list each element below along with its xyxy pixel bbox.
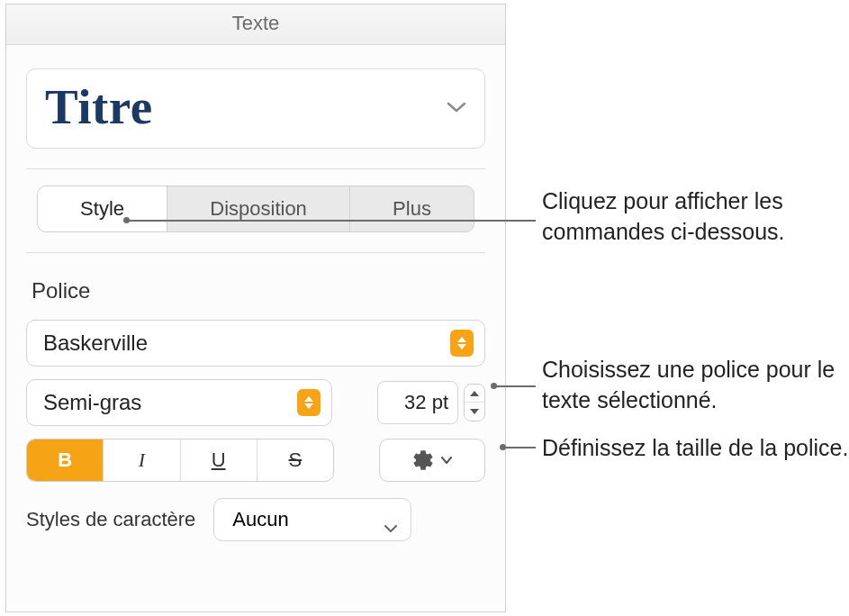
font-family-value: Baskerville: [43, 331, 148, 356]
callout-font: Choisissez une police pour le texte séle…: [542, 355, 849, 416]
underline-button[interactable]: U: [181, 439, 257, 481]
callout-line: [493, 385, 536, 387]
font-section-label: Police: [32, 278, 480, 303]
tab-disposition[interactable]: Disposition: [167, 186, 350, 231]
paragraph-style-name: Titre: [45, 78, 153, 135]
tab-plus[interactable]: Plus: [350, 186, 474, 231]
gear-icon: [411, 448, 435, 472]
font-family-select[interactable]: Baskerville: [26, 320, 485, 367]
font-size-field[interactable]: 32 pt: [377, 381, 458, 424]
text-tabs: Style Disposition Plus: [37, 186, 474, 232]
character-styles-select[interactable]: Aucun: [213, 498, 411, 541]
font-weight-select[interactable]: Semi-gras: [26, 379, 332, 426]
text-style-group: B I U S: [26, 439, 334, 482]
chevron-down-icon: [447, 101, 466, 113]
updown-icon: [297, 389, 321, 416]
divider: [26, 168, 485, 169]
callout-line: [126, 220, 536, 222]
callout-line: [502, 447, 536, 448]
character-styles-value: Aucun: [232, 508, 288, 531]
divider: [26, 252, 485, 253]
callout-size: Définissez la taille de la police.: [542, 433, 848, 464]
chevron-down-icon: [440, 456, 453, 465]
font-weight-value: Semi-gras: [43, 390, 141, 415]
strikethrough-button[interactable]: S: [257, 439, 333, 481]
font-size-step-down[interactable]: [465, 403, 484, 421]
tab-style[interactable]: Style: [38, 186, 167, 231]
callout-tabs: Cliquez pour afficher les commandes ci-d…: [542, 186, 849, 248]
font-size-stepper: [464, 384, 485, 421]
bold-button[interactable]: B: [27, 439, 104, 481]
chevron-down-icon: [384, 515, 398, 524]
advanced-options-button[interactable]: [379, 439, 485, 482]
text-inspector-panel: Texte Titre Style Disposition Plus Polic…: [5, 4, 506, 612]
character-styles-label: Styles de caractère: [26, 508, 195, 531]
panel-title: Texte: [6, 5, 505, 45]
italic-button[interactable]: I: [104, 439, 180, 481]
updown-icon: [450, 330, 474, 357]
paragraph-style-picker[interactable]: Titre: [26, 68, 485, 149]
font-size-step-up[interactable]: [465, 385, 484, 403]
